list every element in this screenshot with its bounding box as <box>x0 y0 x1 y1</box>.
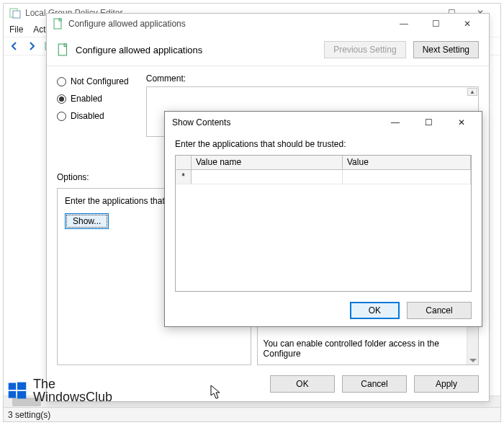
grid-row-marker: * <box>176 170 192 184</box>
svg-rect-4 <box>59 19 61 21</box>
settings-minimize-button[interactable]: — <box>388 14 420 34</box>
settings-close-button[interactable]: ✕ <box>451 14 483 34</box>
radio-enabled-label: Enabled <box>71 94 102 104</box>
next-setting-button[interactable]: Next Setting <box>413 41 479 58</box>
back-button[interactable] <box>6 38 22 54</box>
values-grid[interactable]: Value name Value * <box>175 155 472 292</box>
radio-disabled[interactable]: Disabled <box>57 111 129 121</box>
status-text: 3 setting(s) <box>8 410 50 420</box>
grid-header-value-name[interactable]: Value name <box>192 156 343 169</box>
settings-titlebar[interactable]: Configure allowed applications — ☐ ✕ <box>47 14 489 34</box>
settings-title: Configure allowed applications <box>68 19 186 29</box>
grid-row[interactable]: * <box>176 170 471 184</box>
radio-not-configured-label: Not Configured <box>71 76 129 86</box>
cancel-button[interactable]: Cancel <box>342 375 407 393</box>
policy-heading: Configure allowed applications <box>76 45 202 55</box>
radio-not-configured[interactable]: Not Configured <box>57 76 129 86</box>
gpedit-app-icon <box>9 7 21 19</box>
comment-label: Comment: <box>146 73 479 84</box>
contents-close-button[interactable]: ✕ <box>449 113 474 132</box>
state-radio-group: Not Configured Enabled Disabled <box>57 73 129 137</box>
contents-maximize-button[interactable]: ☐ <box>415 113 441 132</box>
svg-rect-6 <box>64 44 66 46</box>
menu-file[interactable]: File <box>9 24 23 35</box>
contents-ok-button[interactable]: OK <box>350 302 400 319</box>
svg-rect-1 <box>13 11 20 18</box>
contents-minimize-button[interactable]: — <box>382 113 408 132</box>
policy-heading-icon <box>57 43 70 56</box>
policy-icon <box>53 18 64 30</box>
radio-enabled[interactable]: Enabled <box>57 94 129 104</box>
grid-cell-value-name[interactable] <box>192 170 343 184</box>
apply-button[interactable]: Apply <box>414 375 479 393</box>
contents-title: Show Contents <box>172 117 230 128</box>
grid-header-selector[interactable] <box>176 156 192 169</box>
contents-cancel-button[interactable]: Cancel <box>407 302 472 319</box>
previous-setting-button: Previous Setting <box>324 41 405 58</box>
grid-header-value[interactable]: Value <box>343 156 471 169</box>
ok-button[interactable]: OK <box>270 375 335 393</box>
options-label: Options: <box>57 172 89 182</box>
grid-cell-value[interactable] <box>343 170 471 184</box>
show-contents-dialog: Show Contents — ☐ ✕ Enter the applicatio… <box>164 111 482 327</box>
comment-scroll-up[interactable]: ▲ <box>467 88 477 96</box>
forward-button[interactable] <box>24 38 40 54</box>
statusbar: 3 setting(s) <box>4 407 500 421</box>
settings-maximize-button[interactable]: ☐ <box>420 14 451 34</box>
radio-disabled-label: Disabled <box>71 111 104 121</box>
contents-prompt: Enter the applications that should be tr… <box>175 139 472 149</box>
help-text: You can enable controlled folder access … <box>264 339 464 359</box>
contents-titlebar[interactable]: Show Contents — ☐ ✕ <box>165 112 482 133</box>
show-button[interactable]: Show... <box>65 213 109 229</box>
